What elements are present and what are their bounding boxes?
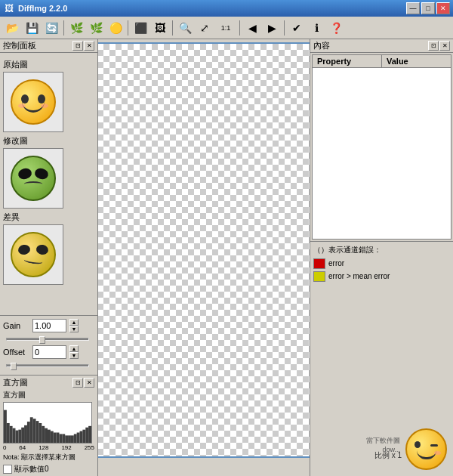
ratio-button[interactable]: 1:1 xyxy=(215,19,236,37)
svg-rect-29 xyxy=(88,426,91,443)
toolbar-separator-3 xyxy=(172,20,173,36)
center-area xyxy=(98,39,310,476)
open-button[interactable]: 📂 xyxy=(3,19,21,37)
histogram-canvas xyxy=(3,402,92,444)
toolbar-separator-2 xyxy=(128,20,128,36)
zoom-button[interactable]: 🔍 xyxy=(176,19,194,37)
offset-slider-container xyxy=(3,361,94,372)
original-thumb[interactable] xyxy=(3,72,63,132)
gain-slider[interactable] xyxy=(6,338,89,341)
refresh-button[interactable]: 🔄 xyxy=(42,19,60,37)
svg-rect-13 xyxy=(42,426,45,443)
info-button[interactable]: ℹ xyxy=(307,19,325,37)
img1-button[interactable]: 🌿 xyxy=(67,19,85,37)
properties-header-row: Property Value xyxy=(313,55,451,68)
offset-down-button[interactable]: ▼ xyxy=(69,352,79,359)
mean-error-label: error > mean error xyxy=(328,272,390,280)
svg-rect-26 xyxy=(80,431,83,443)
img2-button[interactable]: 🌿 xyxy=(87,19,105,37)
svg-rect-7 xyxy=(24,425,27,443)
right-panel-title: 內容 xyxy=(313,40,330,51)
fit-button[interactable]: ⤢ xyxy=(196,19,214,37)
offset-slider[interactable] xyxy=(6,364,89,367)
value-column-header: Value xyxy=(382,55,451,67)
save-button[interactable]: 💾 xyxy=(23,19,41,37)
right-panel-close-button[interactable]: ✕ xyxy=(439,41,450,51)
legend-error-item: error xyxy=(313,258,450,269)
gain-down-button[interactable]: ▼ xyxy=(69,326,79,332)
smiley-cheek-left xyxy=(18,104,26,108)
svg-rect-20 xyxy=(62,434,65,443)
main-image-view[interactable] xyxy=(98,42,310,458)
gain-up-button[interactable]: ▲ xyxy=(69,319,79,326)
minimize-button[interactable]: — xyxy=(406,2,420,14)
close-button[interactable]: ✕ xyxy=(436,2,450,14)
legend-area: （）表示通道錯誤： error error > mean error xyxy=(310,241,453,287)
title-bar: 🖼 DiffImg 2.2.0 — □ ✕ xyxy=(0,0,453,17)
histogram-float-button[interactable]: ⊡ xyxy=(72,378,83,388)
gain-input[interactable] xyxy=(32,319,66,332)
layout-button[interactable]: ⬛ xyxy=(131,19,149,37)
check-button[interactable]: ✔ xyxy=(288,19,306,37)
left-panel: 控制面板 ⊡ ✕ 原始圖 修改圖 xyxy=(0,39,98,476)
svg-rect-22 xyxy=(68,435,71,443)
panel-close-button[interactable]: ✕ xyxy=(84,41,94,51)
svg-rect-12 xyxy=(39,423,42,443)
show-zeros-checkbox[interactable] xyxy=(3,465,12,474)
panel-header-buttons: ⊡ ✕ xyxy=(72,41,94,51)
forward-button[interactable]: ▶ xyxy=(263,19,281,37)
hist-label-128: 128 xyxy=(39,444,48,451)
diff-thumb[interactable] xyxy=(3,224,63,285)
alien-face xyxy=(11,156,56,201)
diff-button[interactable]: 🟡 xyxy=(106,19,125,37)
toolbar: 📂 💾 🔄 🌿 🌿 🟡 ⬛ 🖼 🔍 ⤢ 1:1 ◀ ▶ ✔ ℹ ❓ xyxy=(0,17,453,39)
maximize-button[interactable]: □ xyxy=(421,2,435,14)
right-panel-float-button[interactable]: ⊡ xyxy=(428,41,439,51)
modified-thumb[interactable] xyxy=(3,148,63,209)
original-label: 原始圖 xyxy=(3,59,94,70)
photo-button[interactable]: 🖼 xyxy=(151,19,169,37)
diff-eye-right xyxy=(35,244,49,256)
histogram-section: 直方圖 ⊡ ✕ 直方圖 xyxy=(0,375,97,476)
toolbar-separator-1 xyxy=(63,20,64,36)
gain-spinners: ▲ ▼ xyxy=(69,319,79,332)
svg-rect-11 xyxy=(36,421,39,443)
main-container: 控制面板 ⊡ ✕ 原始圖 修改圖 xyxy=(0,39,453,476)
gain-slider-container xyxy=(3,335,94,345)
original-smiley xyxy=(11,79,56,125)
wink-mouth xyxy=(417,450,436,459)
histogram-header: 直方圖 ⊡ ✕ xyxy=(3,377,94,388)
svg-rect-27 xyxy=(82,430,85,443)
offset-label: Offset xyxy=(3,348,29,357)
svg-rect-19 xyxy=(59,434,62,443)
diff-mouth xyxy=(23,256,43,264)
svg-rect-1 xyxy=(7,423,10,443)
controls-section: Gain ▲ ▼ Offset ▲ ▼ xyxy=(0,315,97,375)
app-title: DiffImg 2.2.0 xyxy=(18,4,406,13)
svg-rect-10 xyxy=(33,419,36,443)
svg-rect-4 xyxy=(15,431,18,443)
svg-rect-3 xyxy=(13,428,16,443)
histogram-checkbox-row: 顯示數值0 xyxy=(3,464,94,474)
diff-label: 差異 xyxy=(3,212,94,223)
control-panel-label: 控制面板 xyxy=(3,40,36,51)
diff-face xyxy=(11,232,56,277)
watermark-smiley xyxy=(405,428,447,470)
offset-slider-thumb xyxy=(11,363,17,370)
back-button[interactable]: ◀ xyxy=(243,19,261,37)
hist-label-64: 64 xyxy=(19,444,26,451)
property-column-header: Property xyxy=(313,55,382,67)
help-button[interactable]: ❓ xyxy=(327,19,345,37)
offset-up-button[interactable]: ▲ xyxy=(69,345,79,352)
offset-input[interactable] xyxy=(32,345,66,359)
svg-rect-9 xyxy=(30,417,33,443)
download-line1: 當下軟件圖 xyxy=(366,436,400,446)
svg-rect-17 xyxy=(54,433,57,443)
app-icon: 🖼 xyxy=(3,2,15,14)
smiley-cheek-right xyxy=(41,104,48,108)
histogram-close-button[interactable]: ✕ xyxy=(84,378,94,388)
panel-float-button[interactable]: ⊡ xyxy=(72,41,83,51)
svg-rect-8 xyxy=(27,422,30,443)
gain-slider-thumb xyxy=(39,336,45,344)
histogram-buttons: ⊡ ✕ xyxy=(72,378,94,388)
